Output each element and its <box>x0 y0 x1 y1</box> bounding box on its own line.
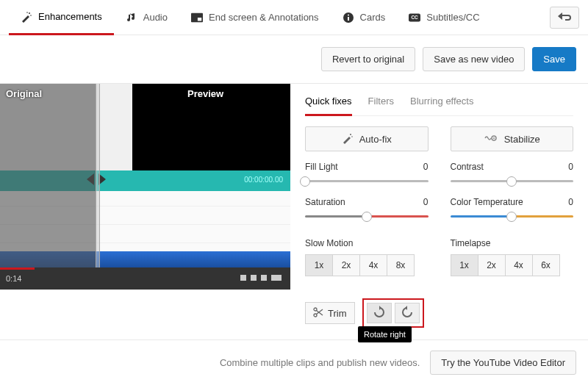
original-overlay <box>0 84 96 290</box>
video-preview[interactable]: 00:00:00.00 Original Preview 0:14 <box>0 84 290 290</box>
trim-label: Trim <box>328 308 347 319</box>
save-button[interactable]: Save <box>532 47 576 71</box>
fill-light-slider[interactable] <box>305 176 429 187</box>
scrub-right-controls <box>240 273 284 284</box>
music-note-icon <box>126 12 137 24</box>
preview-label: Preview <box>187 88 223 99</box>
progress-fill <box>0 267 35 270</box>
contrast-label: Contrast <box>451 162 484 172</box>
trim-button[interactable]: Trim <box>305 302 355 324</box>
tab-subtitles[interactable]: CC Subtitles/CC <box>397 0 491 35</box>
color-temp-label: Color Temperature <box>451 197 523 207</box>
controls-panel: Quick fixes Filters Blurring effects Aut… <box>290 84 588 340</box>
stabilize-button[interactable]: Stabilize <box>451 126 574 151</box>
svg-text:CC: CC <box>412 15 419 20</box>
rotate-left-icon <box>401 306 414 321</box>
top-tabs: Enhancements Audio End screen & Annotati… <box>0 0 588 35</box>
svg-rect-11 <box>251 275 257 281</box>
svg-point-0 <box>29 12 30 14</box>
fill-light-label: Fill Light <box>305 162 338 172</box>
svg-rect-4 <box>198 18 201 21</box>
actions-row: Revert to original Save as new video Sav… <box>0 35 588 84</box>
tab-audio-label: Audio <box>143 12 168 23</box>
svg-point-7 <box>348 14 349 15</box>
sub-tabs: Quick fixes Filters Blurring effects <box>305 91 573 116</box>
svg-point-14 <box>350 134 351 135</box>
bottom-bar: Combine multiple clips and publish new v… <box>0 340 588 385</box>
tab-subtitles-label: Subtitles/CC <box>426 12 479 23</box>
scissors-icon <box>313 307 323 320</box>
svg-point-17 <box>314 314 317 317</box>
original-label: Original <box>6 88 42 99</box>
svg-point-1 <box>30 15 32 16</box>
subtab-filters[interactable]: Filters <box>368 91 394 115</box>
undo-arrow-icon <box>558 12 571 23</box>
endscreen-icon <box>191 12 203 24</box>
rotate-right-icon <box>373 306 386 321</box>
info-icon <box>343 12 354 24</box>
svg-point-2 <box>26 12 28 13</box>
slow-8x[interactable]: 8x <box>387 254 415 276</box>
auto-fix-button[interactable]: Auto-fix <box>305 126 429 151</box>
tab-cards-label: Cards <box>360 12 386 23</box>
slow-1x[interactable]: 1x <box>305 254 333 276</box>
main-area: 00:00:00.00 Original Preview 0:14 Qu <box>0 84 588 340</box>
tab-enhancements[interactable]: Enhancements <box>9 0 114 35</box>
timelapse-label: Timelapse <box>451 238 574 248</box>
preview-column: 00:00:00.00 Original Preview 0:14 <box>0 84 290 340</box>
color-temp-slider[interactable] <box>451 212 574 222</box>
undo-button[interactable] <box>550 7 579 29</box>
svg-rect-13 <box>271 275 282 281</box>
split-divider[interactable] <box>96 84 100 267</box>
wand-icon <box>21 11 32 23</box>
saturation-label: Saturation <box>305 197 345 207</box>
timeline-timecode: 00:00:00.00 <box>244 176 283 184</box>
slow-2x[interactable]: 2x <box>332 254 360 276</box>
timelapse-segment: 1x 2x 4x 6x <box>451 254 574 276</box>
rotate-right-button[interactable] <box>367 303 392 323</box>
tab-endscreen[interactable]: End screen & Annotations <box>179 0 331 35</box>
slow-motion-segment: 1x 2x 4x 8x <box>305 254 429 276</box>
wand-icon <box>342 132 354 146</box>
scrub-bar[interactable]: 0:14 <box>0 267 290 290</box>
tl-4x[interactable]: 4x <box>505 254 533 276</box>
tl-2x[interactable]: 2x <box>478 254 506 276</box>
svg-point-15 <box>351 136 353 137</box>
save-as-new-button[interactable]: Save as new video <box>423 47 525 71</box>
tab-cards[interactable]: Cards <box>331 0 398 35</box>
saturation-value: 0 <box>423 197 429 207</box>
rotate-highlight-box <box>362 298 424 328</box>
current-time: 0:14 <box>6 274 21 283</box>
tab-endscreen-label: End screen & Annotations <box>209 12 319 23</box>
contrast-value: 0 <box>568 162 573 172</box>
rotate-left-button[interactable] <box>395 303 420 323</box>
slow-4x[interactable]: 4x <box>359 254 387 276</box>
revert-button[interactable]: Revert to original <box>321 47 415 71</box>
subtab-quick-fixes[interactable]: Quick fixes <box>305 91 352 116</box>
subtab-blurring[interactable]: Blurring effects <box>410 91 473 115</box>
svg-point-16 <box>314 308 317 311</box>
stabilize-icon <box>484 133 498 146</box>
tl-1x[interactable]: 1x <box>451 254 478 276</box>
fill-light-value: 0 <box>423 162 429 172</box>
cc-icon: CC <box>409 12 420 24</box>
bottom-text: Combine multiple clips and publish new v… <box>220 357 420 368</box>
saturation-slider[interactable] <box>305 212 429 222</box>
color-temp-value: 0 <box>568 197 573 207</box>
svg-rect-10 <box>240 275 246 281</box>
svg-rect-12 <box>261 275 267 281</box>
auto-fix-label: Auto-fix <box>359 134 392 145</box>
stabilize-label: Stabilize <box>504 134 540 145</box>
tl-6x[interactable]: 6x <box>532 254 560 276</box>
contrast-slider[interactable] <box>451 176 574 187</box>
svg-point-21 <box>493 137 495 139</box>
slow-motion-label: Slow Motion <box>305 238 429 248</box>
try-editor-button[interactable]: Try the YouTube Video Editor <box>430 351 576 375</box>
tab-audio[interactable]: Audio <box>114 0 179 35</box>
rotate-right-tooltip: Rotate right <box>358 326 412 342</box>
tab-enhancements-label: Enhancements <box>38 11 102 22</box>
player-controls-icon[interactable] <box>240 273 284 282</box>
svg-rect-6 <box>348 17 349 21</box>
